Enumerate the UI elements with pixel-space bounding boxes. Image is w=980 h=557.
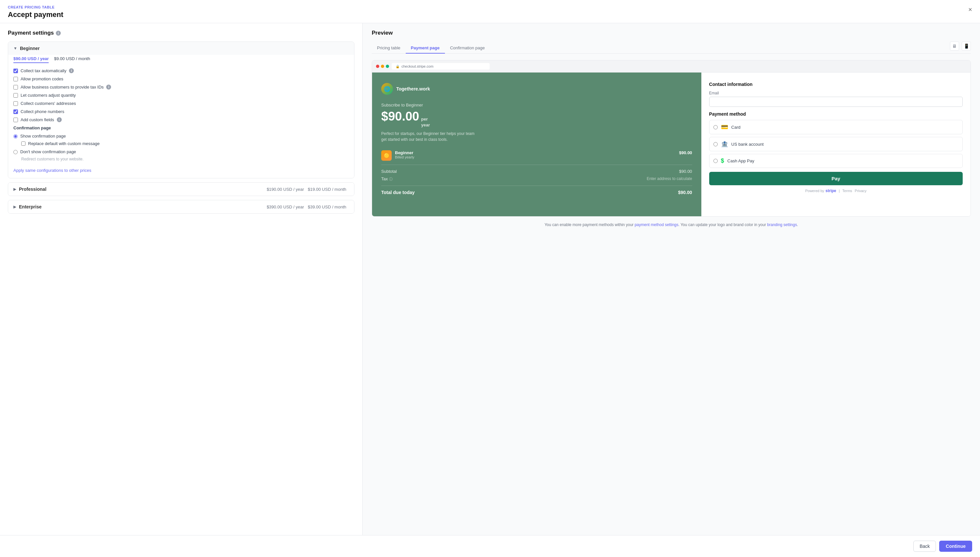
- redirect-text: Redirect customers to your website.: [21, 157, 349, 161]
- allow-business-checkbox[interactable]: [13, 85, 18, 90]
- checkbox-allow-business: Allow business customers to provide tax …: [13, 85, 349, 90]
- bank-radio[interactable]: [713, 142, 718, 147]
- tab-confirmation-page[interactable]: Confirmation page: [445, 43, 490, 54]
- bottom-nav: Back Continue: [0, 535, 980, 557]
- browser-dots: [376, 65, 389, 68]
- allow-business-info-icon: i: [106, 85, 111, 90]
- product-icon: 🟡: [381, 150, 392, 161]
- pay-button[interactable]: Pay: [709, 172, 963, 185]
- tax-row: Tax ⓘ Enter address to calculate: [381, 176, 692, 182]
- browser-frame: 🔒 checkout.stripe.com 🌐 Togethere.work S…: [372, 60, 971, 217]
- card-icon: 💳: [721, 124, 728, 131]
- subtotal-row: Subtotal $90.00: [381, 169, 692, 174]
- collect-tax-checkbox[interactable]: [13, 68, 18, 73]
- merchant-logo: 🌐: [381, 83, 393, 95]
- cashapp-radio[interactable]: [713, 159, 718, 163]
- checkout-price: $90.00 peryear: [381, 109, 692, 128]
- collect-phone-label: Collect phone numbers: [21, 109, 64, 114]
- checkbox-collect-addr: Collect customers' addresses: [13, 101, 349, 106]
- privacy-link[interactable]: Privacy: [855, 189, 867, 193]
- email-label: Email: [709, 91, 963, 95]
- show-confirm-radio[interactable]: [13, 134, 18, 138]
- tab-payment-page[interactable]: Payment page: [406, 43, 445, 54]
- no-confirm-radio[interactable]: [13, 150, 18, 154]
- tax-label: Tax ⓘ: [381, 176, 393, 182]
- card-radio[interactable]: [713, 125, 718, 129]
- replace-default-label: Replace default with custom message: [28, 141, 99, 146]
- payment-option-bank[interactable]: 🏦 US bank account: [709, 137, 963, 151]
- back-button[interactable]: Back: [913, 541, 936, 552]
- payment-method-title: Payment method: [709, 111, 963, 117]
- sub-checkbox-custom-message: Replace default with custom message: [21, 141, 349, 146]
- price-description: Perfect for startups, our Beginner tier …: [381, 131, 692, 142]
- line-item-billing: Billed yearly: [395, 155, 414, 159]
- merchant-name: Togethere.work: [396, 86, 430, 91]
- collect-tax-info-icon: i: [69, 68, 74, 73]
- browser-dot-red: [376, 65, 379, 68]
- tier-name-beginner: Beginner: [20, 46, 40, 51]
- apply-same-link[interactable]: Apply same configurations to other price…: [13, 168, 91, 173]
- confirmation-label: Confirmation page: [13, 125, 349, 130]
- chevron-right-icon: ▶: [13, 187, 16, 191]
- desktop-view-button[interactable]: 🖥: [950, 41, 959, 50]
- preview-icons: 🖥 📱: [950, 41, 971, 53]
- tier-prices-professional: $190.00 USD / year $19.00 USD / month: [267, 187, 349, 192]
- payment-settings-title: Payment settings i: [8, 30, 355, 36]
- confirmation-section: Confirmation page Show confirmation page…: [13, 125, 349, 161]
- tier-name-professional: Professional: [19, 187, 46, 192]
- tier-expanded-beginner: $90.00 USD / year $9.00 USD / month Coll…: [8, 56, 354, 178]
- preview-title: Preview: [372, 30, 971, 36]
- custom-fields-checkbox[interactable]: [13, 117, 18, 122]
- branding-settings-link[interactable]: branding settings: [767, 223, 797, 227]
- tab-pricing-table[interactable]: Pricing table: [372, 43, 406, 54]
- merchant-info: 🌐 Togethere.work: [381, 83, 692, 95]
- cashapp-label: Cash App Pay: [728, 158, 754, 163]
- price-tabs-beginner: $90.00 USD / year $9.00 USD / month: [13, 56, 349, 63]
- no-confirm-label: Don't show confirmation page: [20, 149, 76, 154]
- radio-show-confirm: Show confirmation page: [13, 134, 349, 138]
- payment-option-cashapp[interactable]: $ Cash App Pay: [709, 154, 963, 168]
- checkbox-custom-fields: Add custom fields i: [13, 117, 349, 122]
- checkout-left-panel: 🌐 Togethere.work Subscribe to Beginner $…: [372, 73, 702, 216]
- custom-fields-label: Add custom fields: [21, 117, 54, 122]
- powered-sep: |: [839, 189, 840, 193]
- tier-name-enterprise: Enterprise: [19, 204, 41, 209]
- total-amount: $90.00: [678, 190, 692, 195]
- collect-addr-checkbox[interactable]: [13, 101, 18, 106]
- collect-addr-label: Collect customers' addresses: [21, 101, 76, 106]
- browser-dot-yellow: [381, 65, 384, 68]
- payment-settings-info-icon: i: [56, 31, 61, 36]
- card-label: Card: [731, 125, 741, 130]
- tier-block-beginner: ▼ Beginner $90.00 USD / year $9.00 USD /…: [8, 41, 355, 178]
- bank-icon: 🏦: [721, 140, 728, 148]
- tier-block-enterprise: ▶ Enterprise $390.00 USD / year $39.00 U…: [8, 200, 355, 213]
- browser-url: 🔒 checkout.stripe.com: [392, 63, 490, 70]
- contact-info-title: Contact information: [709, 81, 963, 87]
- checkbox-adjust-qty: Let customers adjust quantity: [13, 93, 349, 98]
- tier-header-beginner[interactable]: ▼ Beginner: [8, 42, 354, 55]
- tier-header-professional[interactable]: ▶ Professional $190.00 USD / year $19.00…: [8, 182, 354, 196]
- allow-promo-checkbox[interactable]: [13, 77, 18, 81]
- email-input[interactable]: [709, 97, 963, 107]
- line-item-details: Beginner Billed yearly: [395, 150, 414, 159]
- terms-link[interactable]: Terms: [842, 189, 852, 193]
- line-item-amount: $90.00: [679, 150, 692, 155]
- price-tab-year[interactable]: $90.00 USD / year: [13, 56, 49, 63]
- price-tab-month[interactable]: $9.00 USD / month: [54, 56, 90, 63]
- subtotal-amount: $90.00: [679, 169, 692, 174]
- continue-button[interactable]: Continue: [939, 541, 972, 552]
- collect-phone-checkbox[interactable]: [13, 109, 18, 114]
- allow-promo-label: Allow promotion codes: [21, 77, 63, 81]
- mobile-view-button[interactable]: 📱: [962, 41, 971, 50]
- replace-default-checkbox[interactable]: [21, 142, 26, 146]
- close-button[interactable]: ×: [968, 6, 972, 13]
- payment-method-settings-link[interactable]: payment method settings: [635, 223, 679, 227]
- payment-option-card[interactable]: 💳 Card: [709, 120, 963, 134]
- tier-header-enterprise[interactable]: ▶ Enterprise $390.00 USD / year $39.00 U…: [8, 200, 354, 213]
- allow-business-label: Allow business customers to provide tax …: [21, 85, 104, 90]
- adjust-qty-checkbox[interactable]: [13, 93, 18, 98]
- price-period: peryear: [421, 116, 430, 128]
- line-item-left: 🟡 Beginner Billed yearly: [381, 150, 414, 161]
- lock-icon: 🔒: [396, 65, 399, 68]
- bottom-note: You can enable more payment methods with…: [372, 222, 971, 228]
